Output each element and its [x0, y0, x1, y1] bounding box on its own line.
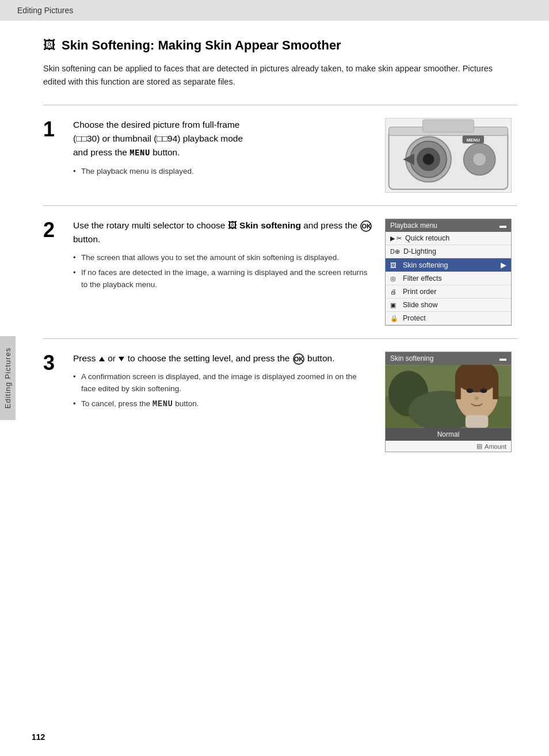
- menu-item-print-order: 🖨 Print order: [386, 285, 511, 299]
- step-2-number: 2: [43, 220, 62, 326]
- filter-icon: ◎: [390, 275, 399, 282]
- svg-point-21: [480, 389, 487, 394]
- protect-icon: 🔒: [390, 315, 399, 322]
- menu-item-d-lighting: D⊕ D-Lighting: [386, 245, 511, 258]
- step-3-number: 3: [43, 353, 62, 452]
- skin-softening-screen: Skin softening ▬: [385, 352, 512, 452]
- step-3: 3 Press or to choose the setting level, …: [43, 338, 517, 465]
- slideshow-icon: ▣: [390, 301, 399, 309]
- step-3-body: Press or to choose the setting level, an…: [73, 352, 373, 452]
- menu-item-quick-retouch: ▶ ✂ Quick retouch: [386, 232, 511, 245]
- step-2-body: Use the rotary multi selector to choose …: [73, 219, 373, 326]
- step-1-number: 1: [43, 119, 62, 193]
- step-2-note-2: If no faces are detected in the image, a…: [73, 267, 373, 291]
- svg-point-6: [423, 154, 434, 165]
- menu-item-slide-show: ▣ Slide show: [386, 299, 511, 312]
- skin-softening-icon: 🖼: [390, 262, 399, 269]
- breadcrumb: Editing Pictures: [0, 0, 549, 21]
- skin-softening-preview: [386, 365, 511, 428]
- step-3-note-1: A confirmation screen is displayed, and …: [73, 371, 373, 395]
- d-lighting-icon: D⊕: [390, 248, 400, 255]
- side-tab: Editing Pictures: [0, 336, 16, 420]
- svg-rect-23: [466, 415, 489, 428]
- playback-menu: Playback menu ▬ ▶ ✂ Quick retouch D⊕ D-L…: [385, 219, 512, 326]
- menu-item-filter-effects: ◎ Filter effects: [386, 272, 511, 285]
- step-2-image: Playback menu ▬ ▶ ✂ Quick retouch D⊕ D-L…: [385, 219, 517, 326]
- battery-icon: ▬: [500, 222, 506, 230]
- svg-rect-2: [423, 120, 474, 132]
- svg-rect-18: [455, 377, 461, 400]
- step-2-instruction: Use the rotary multi selector to choose …: [73, 219, 373, 246]
- page-description: Skin softening can be applied to faces t…: [43, 62, 517, 89]
- svg-text:MENU: MENU: [467, 138, 480, 143]
- page-title-section: 🖼 Skin Softening: Making Skin Appear Smo…: [43, 38, 517, 53]
- step-1-note-1: The playback menu is displayed.: [73, 166, 373, 178]
- step-3-instruction: Press or to choose the setting level, an…: [73, 352, 373, 365]
- step-1-instruction: Choose the desired picture from full-fra…: [73, 118, 373, 160]
- title-icon: 🖼: [43, 38, 56, 53]
- menu-item-skin-softening: 🖼 Skin softening ▶: [386, 258, 511, 272]
- camera-mock: MENU: [385, 118, 512, 193]
- playback-menu-title: Playback menu ▬: [386, 219, 511, 232]
- step-3-image: Skin softening ▬: [385, 352, 517, 452]
- step-1-notes: The playback menu is displayed.: [73, 166, 373, 178]
- submenu-arrow: ▶: [501, 261, 506, 269]
- quick-retouch-icon: ▶ ✂: [390, 235, 402, 242]
- svg-rect-19: [493, 377, 498, 400]
- page-number: 112: [32, 732, 45, 742]
- amount-icon: ▤: [476, 442, 482, 450]
- step-2: 2 Use the rotary multi selector to choos…: [43, 205, 517, 338]
- menu-item-protect: 🔒 Protect: [386, 312, 511, 325]
- skin-softening-normal-label: Normal: [386, 428, 511, 441]
- step-3-note-2: To cancel, press the MENU button.: [73, 398, 373, 411]
- step-2-notes: The screen that allows you to set the am…: [73, 252, 373, 291]
- screen-battery-icon: ▬: [500, 354, 506, 362]
- svg-point-20: [467, 389, 474, 394]
- print-icon: 🖨: [390, 288, 399, 295]
- page-title: Skin Softening: Making Skin Appear Smoot…: [62, 38, 341, 53]
- step-1-image: MENU: [385, 118, 517, 193]
- step-3-notes: A confirmation screen is displayed, and …: [73, 371, 373, 411]
- step-1: 1 Choose the desired picture from full-f…: [43, 105, 517, 205]
- svg-point-8: [472, 152, 486, 166]
- skin-softening-amount: ▤ Amount: [386, 441, 511, 452]
- main-content: 🖼 Skin Softening: Making Skin Appear Smo…: [12, 21, 549, 482]
- skin-softening-screen-title: Skin softening ▬: [386, 352, 511, 365]
- step-2-note-1: The screen that allows you to set the am…: [73, 252, 373, 264]
- step-1-body: Choose the desired picture from full-fra…: [73, 118, 373, 193]
- svg-point-22: [475, 396, 479, 400]
